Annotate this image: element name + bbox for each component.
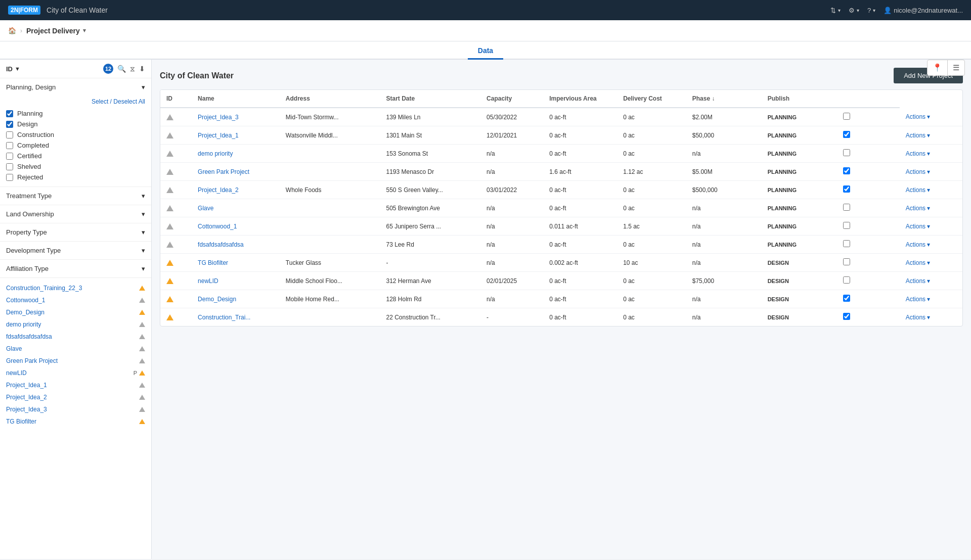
project-link[interactable]: newLID [198, 277, 218, 285]
list-item[interactable]: newLID P [0, 367, 151, 379]
app-logo[interactable]: 2N|FORM [8, 6, 40, 15]
publish-checkbox[interactable] [843, 276, 850, 284]
filter-checkbox-completed[interactable] [6, 142, 13, 149]
list-item[interactable]: Project_Idea_1 [0, 379, 151, 391]
project-link[interactable]: Cottonwood_1 [198, 223, 237, 230]
list-item[interactable]: fdsafdsafdsafdsa [0, 331, 151, 343]
actions-button[interactable]: Actions ▾ [906, 241, 930, 248]
actions-button[interactable]: Actions ▾ [906, 314, 930, 321]
filter-checkbox-planning[interactable] [6, 110, 13, 117]
actions-button[interactable]: Actions ▾ [906, 150, 930, 157]
filter-option-planning[interactable]: Planning [6, 108, 145, 119]
actions-button[interactable]: Actions ▾ [906, 113, 930, 120]
download-icon[interactable]: ⬇ [139, 65, 145, 73]
filter-section-affiliation-type-header[interactable]: Affiliation Type ▾ [0, 260, 151, 277]
filter-checkbox-certified[interactable] [6, 153, 13, 160]
actions-button[interactable]: Actions ▾ [906, 186, 930, 194]
filter-section-property-type-header[interactable]: Property Type ▾ [0, 223, 151, 241]
list-item[interactable]: Project_Idea_2 [0, 391, 151, 403]
actions-button[interactable]: Actions ▾ [906, 168, 930, 175]
map-icon-btn[interactable]: 📍 [928, 60, 947, 75]
list-item[interactable]: Demo_Design [0, 306, 151, 318]
publish-checkbox[interactable] [843, 313, 850, 320]
publish-checkbox[interactable] [843, 113, 850, 120]
cell-impervious-area: 0 ac [617, 145, 686, 163]
publish-checkbox[interactable] [843, 295, 850, 302]
table-row: newLID Middle School Floo... 312 Herman … [160, 272, 962, 290]
select-deselect-all[interactable]: Select / Deselect All [6, 98, 145, 108]
breadcrumb-current[interactable]: Project Delivery ▾ [26, 27, 86, 35]
col-header-id: ID [160, 90, 192, 108]
filter-section-treatment-type-header[interactable]: Treatment Type ▾ [0, 187, 151, 205]
project-link[interactable]: TG Biofilter [198, 259, 228, 266]
expand-icon: ▾ [142, 210, 145, 218]
filter-option-shelved[interactable]: Shelved [6, 161, 145, 172]
cell-phase: PLANNING [762, 163, 837, 181]
project-link[interactable]: Glave [198, 205, 213, 212]
col-header-phase[interactable]: Phase ↓ [686, 90, 762, 108]
filter-section-land-ownership-header[interactable]: Land Ownership ▾ [0, 205, 151, 223]
project-link[interactable]: Green Park Project [198, 168, 249, 175]
filter-checkbox-design[interactable] [6, 121, 13, 128]
project-link[interactable]: Project_Idea_3 [198, 114, 239, 121]
actions-button[interactable]: Actions ▾ [906, 205, 930, 212]
cell-address-name: Mobile Home Red... [280, 290, 380, 308]
filter-option-rejected[interactable]: Rejected [6, 172, 145, 182]
publish-checkbox[interactable] [843, 167, 850, 174]
project-link[interactable]: Project_Idea_2 [198, 186, 239, 194]
project-link[interactable]: fdsafdsafdsafdsa [198, 241, 244, 248]
project-link[interactable]: demo priority [198, 150, 233, 157]
filter-checkbox-shelved[interactable] [6, 163, 13, 170]
list-icon-btn[interactable]: ☰ [947, 60, 964, 75]
filter-icon[interactable]: ⧖ [130, 65, 135, 73]
filter-checkbox-rejected[interactable] [6, 174, 13, 181]
publish-checkbox[interactable] [843, 204, 850, 211]
publish-checkbox[interactable] [843, 258, 850, 265]
publish-checkbox[interactable] [843, 185, 850, 193]
filter-section-planning-design-header[interactable]: Planning, Design ▾ [0, 78, 151, 96]
cell-id [160, 236, 192, 254]
actions-button[interactable]: Actions ▾ [906, 259, 930, 266]
actions-button[interactable]: Actions ▾ [906, 223, 930, 230]
list-item[interactable]: Construction_Training_22_3 [0, 282, 151, 294]
search-icon[interactable]: 🔍 [117, 65, 126, 73]
actions-button[interactable]: Actions ▾ [906, 277, 930, 285]
home-breadcrumb[interactable]: 🏠 [8, 27, 16, 34]
project-link[interactable]: Construction_Trai... [198, 314, 250, 321]
publish-checkbox[interactable] [843, 149, 850, 156]
filter-option-construction[interactable]: Construction [6, 129, 145, 140]
cell-delivery-cost: n/a [686, 217, 762, 236]
cell-capacity: 0 ac-ft [543, 308, 617, 326]
filter-option-completed[interactable]: Completed [6, 140, 145, 151]
project-link[interactable]: Demo_Design [198, 296, 236, 303]
cell-publish [837, 181, 900, 199]
tab-data[interactable]: Data [468, 42, 503, 60]
publish-checkbox[interactable] [843, 240, 850, 247]
list-item[interactable]: Green Park Project [0, 355, 151, 367]
list-item[interactable]: TG Biofilter [0, 415, 151, 428]
help-icon-btn[interactable]: ? ▾ [867, 7, 875, 14]
cell-publish [837, 108, 900, 126]
filter-checkbox-construction[interactable] [6, 131, 13, 138]
cell-delivery-cost: n/a [686, 145, 762, 163]
project-link[interactable]: Project_Idea_1 [198, 132, 239, 139]
filter-section-planning-design-content: Select / Deselect All Planning Design Co… [0, 96, 151, 186]
user-icon-btn[interactable]: 👤 nicole@2ndnaturewat... [884, 7, 963, 14]
publish-checkbox[interactable] [843, 222, 850, 229]
publish-checkbox[interactable] [843, 131, 850, 138]
cell-name: Glave [192, 199, 280, 217]
list-item[interactable]: Cottonwood_1 [0, 294, 151, 306]
cell-start-date: 12/01/2021 [480, 126, 543, 145]
filter-section-development-type-header[interactable]: Development Type ▾ [0, 242, 151, 259]
list-item[interactable]: demo priority [0, 318, 151, 331]
actions-button[interactable]: Actions ▾ [906, 296, 930, 303]
filter-option-design[interactable]: Design [6, 119, 145, 129]
list-item[interactable]: Glave [0, 343, 151, 355]
transfer-icon-btn[interactable]: ⇅ ▾ [830, 7, 841, 14]
filter-option-certified[interactable]: Certified [6, 151, 145, 161]
filter-id-button[interactable]: ID ▼ [6, 65, 20, 73]
actions-button[interactable]: Actions ▾ [906, 132, 930, 139]
col-header-delivery-cost: Delivery Cost [617, 90, 686, 108]
list-item[interactable]: Project_Idea_3 [0, 403, 151, 415]
settings-icon-btn[interactable]: ⚙ ▾ [849, 7, 859, 14]
